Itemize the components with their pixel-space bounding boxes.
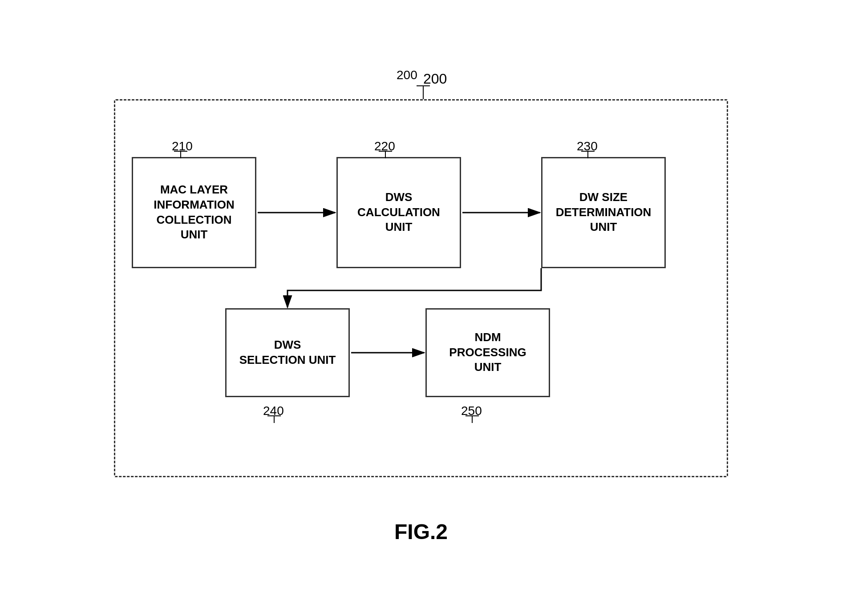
ref-230-tick: 230 (572, 141, 608, 164)
ref-250-label: 250 (457, 406, 492, 431)
outer-dashed-box (114, 99, 728, 477)
ref-230-label: 230 (572, 141, 608, 167)
box-250-ndm-processing: NDMPROCESSINGUNIT (425, 308, 550, 397)
ref-220-tick: 220 (370, 141, 405, 164)
box-230-dw-size: DW SIZEDETERMINATIONUNIT (541, 157, 666, 268)
ref-220-label: 220 (370, 141, 405, 167)
box-210-label: MAC LAYERINFORMATIONCOLLECTIONUNIT (154, 182, 235, 242)
box-240-dws-selection: DWSSELECTION UNIT (225, 308, 350, 397)
ref-210-label: 210 (165, 141, 201, 167)
ref-250-tick: 250 (457, 406, 492, 428)
box-210-mac-layer: MAC LAYERINFORMATIONCOLLECTIONUNIT (132, 157, 256, 268)
box-230-label: DW SIZEDETERMINATIONUNIT (556, 190, 652, 235)
ref-240-tick: 240 (259, 406, 294, 428)
box-250-label: NDMPROCESSINGUNIT (449, 330, 526, 375)
box-220-label: DWSCALCULATIONUNIT (357, 190, 440, 235)
box-240-label: DWSSELECTION UNIT (239, 338, 336, 368)
svg-text:200: 200 (423, 71, 447, 87)
box-220-dws-calculation: DWSCALCULATIONUNIT (336, 157, 461, 268)
ref-240-label: 240 (259, 406, 294, 431)
ref-210-tick: 210 (165, 141, 201, 164)
figure-container: 200 200 MAC LAYERINFORMATIONCOLLECTIONUN… (87, 64, 755, 553)
page: 200 200 MAC LAYERINFORMATIONCOLLECTIONUN… (0, 0, 842, 616)
figure-caption: FIG.2 (394, 519, 448, 544)
ref-200-label: 200 (397, 68, 417, 82)
